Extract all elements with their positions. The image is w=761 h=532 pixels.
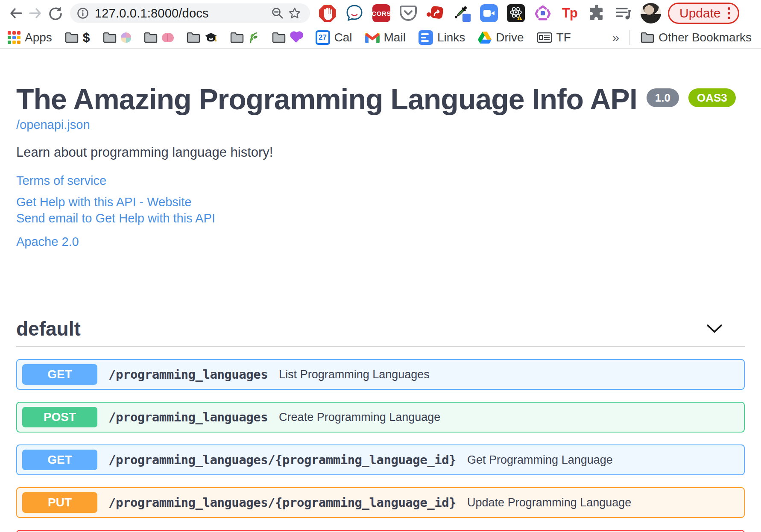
cors-label: CORS xyxy=(372,4,390,22)
method-badge: GET xyxy=(22,364,97,385)
bookmark-folder-dollar[interactable]: $ xyxy=(65,30,90,45)
folder-icon xyxy=(272,32,286,43)
other-bookmarks-label: Other Bookmarks xyxy=(659,31,752,44)
page-title: The Amazing Programming Language Info AP… xyxy=(16,84,637,114)
address-bar[interactable]: 127.0.0.1:8000/docs xyxy=(70,3,310,23)
bookmark-folder-carousel[interactable] xyxy=(103,32,131,43)
react-devtools-icon[interactable] xyxy=(506,4,525,23)
folder-icon xyxy=(103,32,117,43)
adblock-hand-icon[interactable] xyxy=(318,4,337,23)
drive-label: Drive xyxy=(496,31,524,44)
tp-icon[interactable]: Tp xyxy=(560,4,579,23)
bookmark-folder-herb[interactable] xyxy=(230,32,259,44)
bookmark-links[interactable]: Links xyxy=(419,30,465,45)
operation-path: /programming_languages xyxy=(108,410,268,424)
operation-path: /programming_languages/{programming_lang… xyxy=(108,495,456,510)
method-badge: PUT xyxy=(22,492,97,513)
herb-icon xyxy=(248,32,259,44)
recycle-icon[interactable] xyxy=(533,4,552,23)
puzzle-icon[interactable] xyxy=(587,4,606,23)
swagger-page: The Amazing Programming Language Info AP… xyxy=(0,84,761,532)
forward-arrow-icon xyxy=(28,6,43,20)
folder-icon xyxy=(641,32,654,43)
calendar-label: Cal xyxy=(334,31,352,44)
section-title: default xyxy=(16,317,81,340)
bookmark-folder-gradcap[interactable] xyxy=(187,32,217,43)
chevron-down-icon[interactable] xyxy=(706,324,723,333)
graduation-cap-icon xyxy=(205,32,217,43)
bookmarks-bar: Apps $ 27 Cal Mail Links Drive xyxy=(0,26,761,49)
method-badge: POST xyxy=(22,407,97,427)
operation-row-put-update[interactable]: PUT /programming_languages/{programming_… xyxy=(16,487,745,518)
brain-icon xyxy=(162,33,174,42)
reload-button[interactable] xyxy=(45,3,65,23)
license-link[interactable]: Apache 2.0 xyxy=(16,235,79,249)
bookmark-apps[interactable]: Apps xyxy=(8,31,52,44)
version-badge: 1.0 xyxy=(647,88,679,107)
mail-label: Mail xyxy=(384,31,406,44)
profile-avatar[interactable] xyxy=(641,3,661,23)
chat-bubble-icon[interactable] xyxy=(345,4,364,23)
url-text[interactable]: 127.0.0.1:8000/docs xyxy=(95,6,209,20)
red-arrow-icon[interactable] xyxy=(426,4,445,23)
update-label: Update xyxy=(679,6,721,20)
api-title-row: The Amazing Programming Language Info AP… xyxy=(16,84,745,114)
media-queue-icon[interactable] xyxy=(614,4,633,23)
cors-icon[interactable]: CORS xyxy=(372,4,391,23)
api-description: Learn about programming language history… xyxy=(16,145,745,160)
apps-label: Apps xyxy=(25,31,52,44)
back-button[interactable] xyxy=(6,3,26,23)
operation-summary: List Programming Languages xyxy=(279,368,430,381)
operation-summary: Get Programming Language xyxy=(467,453,613,467)
bookmark-folder-brain[interactable] xyxy=(144,32,174,43)
operation-summary: Create Programming Language xyxy=(279,411,440,424)
bookmark-folder-purpleheart[interactable] xyxy=(272,32,303,43)
bookmark-calendar[interactable]: 27 Cal xyxy=(316,30,352,45)
openapi-spec-link[interactable]: /openapi.json xyxy=(16,118,90,132)
operation-path: /programming_languages xyxy=(108,367,268,382)
reload-icon xyxy=(48,6,62,20)
bookmark-mail[interactable]: Mail xyxy=(365,31,406,44)
folder-icon xyxy=(144,32,158,43)
other-bookmarks[interactable]: Other Bookmarks xyxy=(641,31,752,44)
tp-label: Tp xyxy=(562,6,577,21)
color-picker-icon[interactable] xyxy=(453,4,471,23)
tf-label: TF xyxy=(556,31,571,44)
terms-of-service-link[interactable]: Terms of service xyxy=(16,174,106,188)
gmail-icon xyxy=(365,32,380,43)
links-label: Links xyxy=(437,31,465,44)
folder-icon xyxy=(187,32,200,43)
browser-toolbar: 127.0.0.1:8000/docs CORS Tp xyxy=(0,0,761,26)
help-email-link[interactable]: Send email to Get Help with this API xyxy=(16,210,745,226)
help-links: Get Help with this API - Website Send em… xyxy=(16,194,745,226)
bookmarks-overflow-chevron[interactable]: » xyxy=(612,30,619,45)
forward-button[interactable] xyxy=(26,3,45,23)
video-camera-icon[interactable] xyxy=(480,4,498,23)
folder-icon xyxy=(230,32,244,43)
kebab-menu-icon[interactable] xyxy=(728,7,730,19)
dollar-label: $ xyxy=(83,30,90,45)
site-info-icon[interactable] xyxy=(77,7,89,19)
links-icon xyxy=(419,30,433,45)
zoom-out-icon[interactable] xyxy=(269,5,286,22)
bookmark-star-icon[interactable] xyxy=(286,5,303,22)
bookmarks-right-group: » Other Bookmarks xyxy=(612,30,752,45)
operation-path: /programming_languages/{programming_lang… xyxy=(108,453,456,467)
method-badge: GET xyxy=(22,450,97,470)
calendar-icon: 27 xyxy=(316,30,330,45)
bookmark-drive[interactable]: Drive xyxy=(478,31,524,44)
help-website-link[interactable]: Get Help with this API - Website xyxy=(16,194,745,210)
operation-summary: Update Programming Language xyxy=(467,496,631,509)
operation-row-post-create[interactable]: POST /programming_languages Create Progr… xyxy=(16,402,745,433)
operation-row-delete[interactable]: DELETE /programming_languages/{programmi… xyxy=(16,530,745,532)
default-section-header[interactable]: default xyxy=(16,317,745,340)
operation-row-get-list[interactable]: GET /programming_languages List Programm… xyxy=(16,359,745,390)
pocket-shield-icon[interactable] xyxy=(399,4,418,23)
operation-row-get-one[interactable]: GET /programming_languages/{programming_… xyxy=(16,444,745,475)
section-divider xyxy=(16,346,745,347)
carousel-horse-icon xyxy=(121,32,131,43)
tf-card-icon xyxy=(537,32,552,44)
bookmark-tf[interactable]: TF xyxy=(537,31,571,44)
bookmarks-divider xyxy=(629,30,630,45)
update-button[interactable]: Update xyxy=(668,3,739,24)
